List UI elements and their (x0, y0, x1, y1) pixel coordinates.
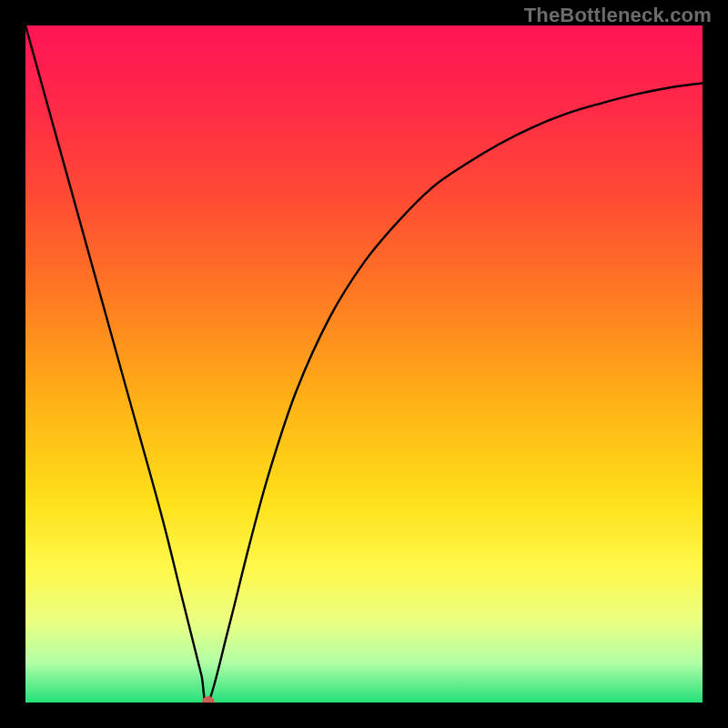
gradient-background (25, 25, 703, 703)
watermark-text: TheBottleneck.com (524, 4, 712, 27)
bottleneck-chart (25, 25, 703, 703)
chart-frame: TheBottleneck.com (0, 0, 728, 728)
